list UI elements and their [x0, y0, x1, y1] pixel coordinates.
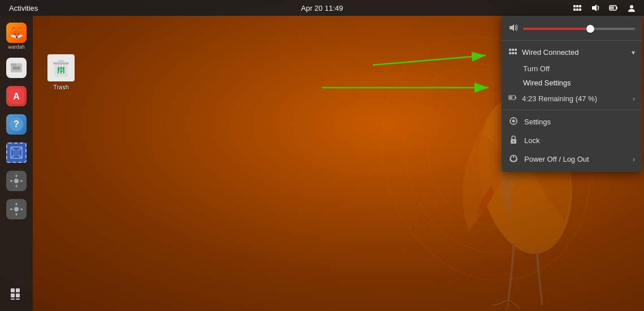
lock-action-row[interactable]: Lock — [502, 131, 642, 150]
svg-rect-25 — [12, 68, 20, 70]
volume-icon — [590, 3, 601, 13]
trash-icon — [47, 54, 75, 81]
dock-item-files[interactable] — [3, 55, 29, 80]
dock-label-firefox: wardah — [8, 44, 25, 50]
volume-slider-icon — [508, 23, 519, 34]
trash-label: Trash — [53, 84, 69, 90]
user-icon — [626, 3, 637, 13]
dock-item-settings[interactable] — [3, 169, 29, 193]
battery-chevron: › — [633, 95, 635, 103]
dock-item-grid[interactable] — [3, 282, 29, 306]
svg-rect-48 — [11, 299, 15, 300]
svg-rect-46 — [11, 293, 15, 297]
svg-rect-13 — [576, 5, 578, 7]
grid-icon — [6, 284, 27, 304]
svg-point-21 — [630, 5, 633, 8]
svg-rect-56 — [509, 49, 511, 51]
dock-item-appstore[interactable]: A — [3, 84, 29, 109]
volume-slider[interactable] — [523, 28, 635, 30]
svg-point-33 — [14, 179, 19, 183]
svg-rect-52 — [58, 60, 64, 63]
battery-label: 4:23 Remaining (47 %) — [522, 94, 633, 103]
lock-action-icon — [508, 135, 519, 146]
svg-text:?: ? — [14, 119, 19, 129]
network-menu-icon — [508, 47, 517, 58]
topbar: Activities Apr 20 11:49 — [0, 0, 644, 16]
settings-action-row[interactable]: Settings — [502, 113, 642, 131]
svg-rect-63 — [515, 97, 516, 98]
svg-rect-24 — [12, 67, 20, 68]
wired-settings-item[interactable]: Wired Settings — [502, 76, 642, 90]
settings-icon — [6, 171, 27, 191]
power-tray-icon[interactable] — [606, 0, 621, 16]
svg-rect-59 — [509, 52, 511, 54]
svg-rect-17 — [579, 8, 581, 11]
svg-point-66 — [512, 120, 515, 123]
svg-rect-57 — [512, 49, 514, 51]
divider-2 — [502, 110, 642, 110]
power-action-icon — [508, 154, 519, 165]
svg-point-39 — [14, 207, 19, 211]
appstore-icon: A — [6, 86, 27, 106]
screenshot-icon — [6, 142, 27, 163]
dock-item-firefox[interactable]: 🦊 wardah — [3, 20, 29, 52]
settings-action-icon — [508, 116, 519, 127]
topbar-right — [569, 0, 639, 16]
svg-rect-49 — [16, 299, 20, 300]
svg-rect-47 — [16, 293, 20, 297]
svg-rect-16 — [576, 8, 578, 11]
svg-rect-60 — [512, 52, 514, 54]
firefox-icon: 🦊 — [6, 23, 27, 43]
turn-off-item[interactable]: Turn Off — [502, 62, 642, 76]
topbar-datetime: Apr 20 11:49 — [301, 4, 343, 12]
svg-rect-44 — [11, 288, 15, 292]
desktop-icon-trash[interactable]: Trash — [38, 51, 84, 94]
network-chevron: ▾ — [632, 49, 635, 57]
svg-rect-20 — [610, 7, 614, 10]
lock-action-label: Lock — [524, 136, 635, 145]
battery-row[interactable]: 4:23 Remaining (47 %) › — [502, 90, 642, 107]
user-tray-icon[interactable] — [624, 0, 639, 16]
network-tray-icon[interactable] — [569, 0, 585, 16]
network-icon — [572, 3, 582, 13]
volume-row — [502, 19, 642, 38]
network-label: Wired Connected — [522, 48, 632, 57]
dock-item-screenshot[interactable] — [3, 140, 29, 165]
dock-item-help[interactable]: ? — [3, 112, 29, 137]
svg-rect-12 — [573, 5, 576, 7]
battery-menu-icon — [508, 93, 517, 104]
dock: 🦊 wardah A — [0, 16, 33, 311]
power-action-row[interactable]: Power Off / Log Out › — [502, 150, 642, 169]
divider-1 — [502, 40, 642, 41]
svg-point-7 — [415, 201, 466, 252]
svg-rect-19 — [616, 7, 617, 9]
desktop: Activities Apr 20 11:49 — [0, 0, 644, 311]
svg-rect-15 — [573, 8, 576, 11]
system-menu: Wired Connected ▾ Turn Off Wired Setting… — [502, 16, 642, 172]
network-row[interactable]: Wired Connected ▾ — [502, 43, 642, 62]
power-action-label: Power Off / Log Out — [524, 155, 633, 163]
settings2-icon — [6, 199, 27, 219]
svg-rect-23 — [11, 63, 16, 66]
volume-thumb[interactable] — [586, 25, 594, 33]
volume-tray-icon[interactable] — [588, 0, 603, 16]
power-chevron: › — [633, 156, 635, 163]
files-icon — [6, 58, 27, 78]
settings-action-label: Settings — [524, 118, 635, 126]
svg-point-72 — [513, 141, 515, 142]
svg-rect-14 — [579, 5, 581, 7]
svg-rect-58 — [515, 49, 517, 51]
svg-rect-45 — [16, 288, 20, 292]
topbar-left: Activities — [5, 0, 42, 16]
dock-item-settings2[interactable] — [3, 197, 29, 222]
help-icon: ? — [6, 114, 27, 135]
svg-rect-61 — [515, 52, 517, 54]
svg-rect-64 — [510, 96, 512, 99]
activities-button[interactable]: Activities — [5, 0, 42, 16]
svg-text:A: A — [13, 92, 20, 101]
power-icon — [608, 3, 619, 13]
